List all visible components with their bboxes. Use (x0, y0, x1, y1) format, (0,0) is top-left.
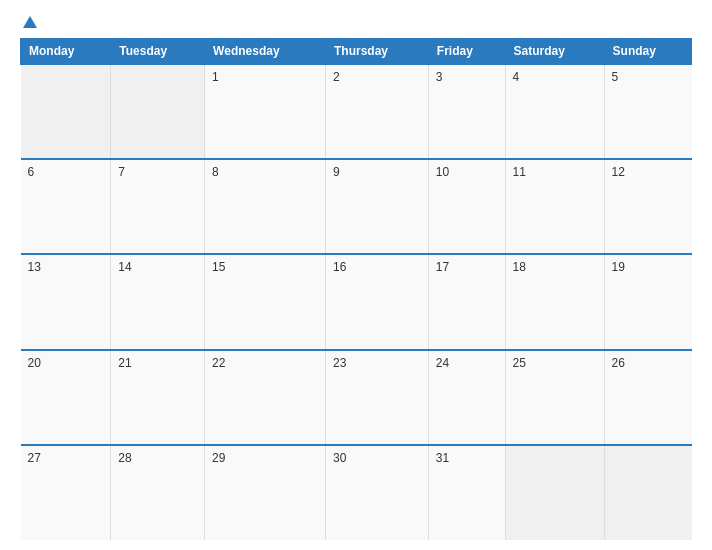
day-number: 6 (28, 165, 35, 179)
day-cell: 25 (505, 350, 604, 445)
day-number: 20 (28, 356, 41, 370)
day-number: 23 (333, 356, 346, 370)
day-cell: 18 (505, 254, 604, 349)
day-cell (505, 445, 604, 540)
col-header-thursday: Thursday (325, 39, 428, 65)
day-cell: 2 (325, 64, 428, 159)
day-cell: 5 (604, 64, 691, 159)
day-cell: 19 (604, 254, 691, 349)
day-cell: 11 (505, 159, 604, 254)
day-cell: 22 (205, 350, 326, 445)
day-number: 22 (212, 356, 225, 370)
day-cell (111, 64, 205, 159)
day-number: 27 (28, 451, 41, 465)
col-header-monday: Monday (21, 39, 111, 65)
day-cell: 14 (111, 254, 205, 349)
col-header-sunday: Sunday (604, 39, 691, 65)
day-number: 19 (612, 260, 625, 274)
day-number: 12 (612, 165, 625, 179)
day-number: 4 (513, 70, 520, 84)
day-number: 1 (212, 70, 219, 84)
day-number: 3 (436, 70, 443, 84)
week-row-3: 13141516171819 (21, 254, 692, 349)
day-number: 2 (333, 70, 340, 84)
day-number: 30 (333, 451, 346, 465)
day-cell: 30 (325, 445, 428, 540)
day-cell: 23 (325, 350, 428, 445)
day-cell: 10 (428, 159, 505, 254)
day-number: 29 (212, 451, 225, 465)
day-number: 9 (333, 165, 340, 179)
day-cell: 4 (505, 64, 604, 159)
day-number: 21 (118, 356, 131, 370)
day-number: 7 (118, 165, 125, 179)
day-cell: 24 (428, 350, 505, 445)
day-cell: 7 (111, 159, 205, 254)
logo-triangle-icon (23, 16, 37, 28)
day-cell: 15 (205, 254, 326, 349)
day-number: 8 (212, 165, 219, 179)
day-number: 28 (118, 451, 131, 465)
day-cell: 26 (604, 350, 691, 445)
day-cell: 20 (21, 350, 111, 445)
day-cell: 16 (325, 254, 428, 349)
day-number: 31 (436, 451, 449, 465)
col-header-tuesday: Tuesday (111, 39, 205, 65)
week-row-4: 20212223242526 (21, 350, 692, 445)
day-number: 11 (513, 165, 526, 179)
day-cell: 9 (325, 159, 428, 254)
week-row-2: 6789101112 (21, 159, 692, 254)
day-number: 14 (118, 260, 131, 274)
day-cell (604, 445, 691, 540)
calendar-page: MondayTuesdayWednesdayThursdayFridaySatu… (0, 0, 712, 550)
week-row-5: 2728293031 (21, 445, 692, 540)
day-cell: 29 (205, 445, 326, 540)
day-cell: 28 (111, 445, 205, 540)
col-header-wednesday: Wednesday (205, 39, 326, 65)
day-cell: 3 (428, 64, 505, 159)
day-cell: 17 (428, 254, 505, 349)
day-number: 24 (436, 356, 449, 370)
day-cell: 12 (604, 159, 691, 254)
day-number: 10 (436, 165, 449, 179)
day-cell: 21 (111, 350, 205, 445)
day-cell (21, 64, 111, 159)
calendar-table: MondayTuesdayWednesdayThursdayFridaySatu… (20, 38, 692, 540)
day-number: 17 (436, 260, 449, 274)
day-number: 25 (513, 356, 526, 370)
day-cell: 31 (428, 445, 505, 540)
day-number: 5 (612, 70, 619, 84)
day-number: 13 (28, 260, 41, 274)
col-header-saturday: Saturday (505, 39, 604, 65)
week-row-1: 12345 (21, 64, 692, 159)
day-number: 16 (333, 260, 346, 274)
day-cell: 13 (21, 254, 111, 349)
day-number: 15 (212, 260, 225, 274)
day-cell: 27 (21, 445, 111, 540)
col-header-friday: Friday (428, 39, 505, 65)
page-header (20, 18, 692, 28)
day-cell: 6 (21, 159, 111, 254)
header-row: MondayTuesdayWednesdayThursdayFridaySatu… (21, 39, 692, 65)
day-number: 26 (612, 356, 625, 370)
logo (20, 18, 37, 28)
day-number: 18 (513, 260, 526, 274)
day-cell: 1 (205, 64, 326, 159)
day-cell: 8 (205, 159, 326, 254)
